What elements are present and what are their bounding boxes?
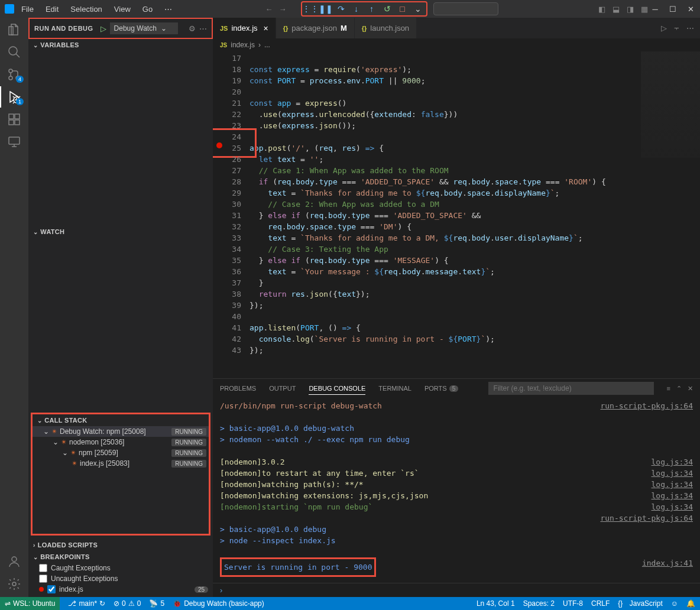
breakpoint-caught[interactable]: Caught Exceptions <box>28 563 213 573</box>
debug-icon: 🐞 <box>173 599 182 608</box>
debug-chevron-icon[interactable]: ⌄ <box>413 4 423 14</box>
status-encoding[interactable]: UTF-8 <box>563 599 583 608</box>
status-feedback-icon[interactable]: ☺ <box>671 599 678 608</box>
scm-badge: 4 <box>16 76 24 83</box>
tab-package-json[interactable]: {}package.jsonM <box>276 18 355 38</box>
panel-maximize-icon[interactable]: ⌃ <box>676 385 682 392</box>
loaded-scripts-header[interactable]: ›LOADED SCRIPTS <box>28 539 213 551</box>
editor-tabs: JSindex.js× {}package.jsonM {}launch.jso… <box>213 18 700 38</box>
tab-index-js[interactable]: JSindex.js× <box>213 18 276 38</box>
run-debug-header: RUN AND DEBUG ▷ Debug Watch ⌄ ⚙ ⋯ <box>28 18 213 39</box>
debug-drag-icon[interactable]: ⋮⋮ <box>306 4 315 14</box>
status-debug-config[interactable]: 🐞Debug Watch (basic-app) <box>173 599 264 608</box>
panel-tab-output[interactable]: OUTPUT <box>269 382 296 394</box>
activity-debug-icon[interactable]: 1 <box>7 90 21 104</box>
panel-tab-ports[interactable]: PORTS5 <box>424 382 458 394</box>
debug-more-icon[interactable]: ⋯ <box>199 24 207 33</box>
menu-edit[interactable]: Edit <box>41 2 63 16</box>
split-editor-icon[interactable]: ⫟ <box>673 24 680 33</box>
panel-tabs: PROBLEMS OUTPUT DEBUG CONSOLE TERMINAL P… <box>213 379 700 398</box>
callstack-item[interactable]: ✴index.js [25083]RUNNING <box>33 458 209 469</box>
menu-go[interactable]: Go <box>138 2 157 16</box>
layout-sidebar-left-icon[interactable]: ◧ <box>598 5 605 14</box>
caught-checkbox[interactable] <box>39 564 47 572</box>
callstack-item[interactable]: ⌄✴nodemon [25036]RUNNING <box>33 437 209 447</box>
status-errors[interactable]: ⊘0⚠0 <box>114 599 141 608</box>
tab-launch-json[interactable]: {}launch.json <box>355 18 417 38</box>
breakpoint-file[interactable]: index.js25 <box>28 584 213 595</box>
code-content[interactable]: const express = require('express'); cons… <box>249 51 606 378</box>
activity-account-icon[interactable] <box>7 554 21 569</box>
layout-panel-icon[interactable]: ⬓ <box>612 5 620 14</box>
watch-body <box>28 238 213 413</box>
breadcrumb[interactable]: JS index.js › ... <box>213 38 700 51</box>
breakpoint-dot-icon <box>39 587 44 592</box>
debug-stepover-icon[interactable]: ↷ <box>336 4 346 14</box>
layout-customize-icon[interactable]: ▦ <box>641 5 648 14</box>
line-gutter[interactable]: 1718192021222324252627282930313233343536… <box>213 51 249 378</box>
activity-search-icon[interactable] <box>7 45 21 59</box>
close-icon[interactable]: × <box>264 24 268 33</box>
status-language[interactable]: {} JavaScript <box>618 599 662 608</box>
activity-settings-icon[interactable] <box>7 577 21 591</box>
debug-stop-icon[interactable]: □ <box>398 4 407 14</box>
menu-selection[interactable]: Selection <box>66 2 106 16</box>
nav-forward-icon[interactable]: → <box>279 5 287 14</box>
watch-section-header[interactable]: ⌄WATCH <box>28 226 213 238</box>
variables-body <box>28 51 213 226</box>
callstack-item[interactable]: ⌄✴Debug Watch: npm [25008]RUNNING <box>33 426 209 437</box>
activity-extensions-icon[interactable] <box>7 112 21 126</box>
activity-remote-icon[interactable] <box>7 135 21 149</box>
panel-clear-icon[interactable]: ≡ <box>667 385 670 392</box>
status-lncol[interactable]: Ln 43, Col 1 <box>477 599 515 608</box>
nav-arrows: ← → <box>265 5 287 14</box>
menu-more[interactable]: ⋯ <box>160 2 177 16</box>
variables-section-header[interactable]: ⌄VARIABLES <box>28 39 213 51</box>
layout-sidebar-right-icon[interactable]: ◨ <box>627 5 634 14</box>
activity-scm-icon[interactable]: 4 <box>7 67 21 82</box>
menu-view[interactable]: View <box>109 2 135 16</box>
debug-stepinto-icon[interactable]: ↓ <box>352 4 361 14</box>
callstack-section-header[interactable]: ⌄CALL STACK <box>33 414 209 426</box>
menu-file[interactable]: File <box>17 2 38 16</box>
titlebar: File Edit Selection View Go ⋯ ← → ⋮⋮ ❚❚ … <box>0 0 700 18</box>
editor-area: JSindex.js× {}package.jsonM {}launch.jso… <box>213 18 700 597</box>
window-close-icon[interactable]: ✕ <box>686 4 695 14</box>
status-notifications-icon[interactable]: 🔔 <box>686 599 695 608</box>
debug-config-gear-icon[interactable]: ⚙ <box>189 24 196 33</box>
code-editor[interactable]: 1718192021222324252627282930313233343536… <box>213 51 700 378</box>
callstack-item[interactable]: ⌄✴npm [25059]RUNNING <box>33 447 209 458</box>
status-ports[interactable]: 📡5 <box>149 599 164 608</box>
window-minimize-icon[interactable]: ─ <box>650 4 660 14</box>
window-maximize-icon[interactable]: ☐ <box>668 4 678 14</box>
panel-filter-input[interactable] <box>488 382 654 395</box>
activity-explorer-icon[interactable] <box>7 22 21 37</box>
panel-close-icon[interactable]: ✕ <box>688 385 693 392</box>
file-bp-checkbox[interactable] <box>47 585 56 593</box>
svg-rect-8 <box>15 114 20 119</box>
uncaught-checkbox[interactable] <box>39 575 47 583</box>
panel-tab-debug-console[interactable]: DEBUG CONSOLE <box>309 382 365 395</box>
panel-tab-problems[interactable]: PROBLEMS <box>220 382 256 394</box>
debug-stepout-icon[interactable]: ↑ <box>367 4 377 14</box>
debug-restart-icon[interactable]: ↺ <box>383 4 392 14</box>
svg-rect-5 <box>9 114 14 119</box>
debug-config-select[interactable]: Debug Watch ⌄ <box>110 22 178 34</box>
remote-icon: ⇌ <box>5 599 11 608</box>
minimap[interactable] <box>641 51 700 158</box>
breakpoint-uncaught[interactable]: Uncaught Exceptions <box>28 573 213 584</box>
status-spaces[interactable]: Spaces: 2 <box>523 599 555 608</box>
debug-console-input[interactable]: › <box>213 583 700 597</box>
status-eol[interactable]: CRLF <box>591 599 610 608</box>
status-remote[interactable]: ⇌WSL: Ubuntu <box>0 597 60 610</box>
panel-tab-terminal[interactable]: TERMINAL <box>378 382 411 394</box>
debug-console-body[interactable]: /usr/bin/npm run-script debug-watchrun-s… <box>213 398 700 583</box>
breakpoints-header[interactable]: ⌄BREAKPOINTS <box>28 551 213 563</box>
editor-more-icon[interactable]: ⋯ <box>686 24 694 33</box>
nav-back-icon[interactable]: ← <box>265 5 273 14</box>
run-file-icon[interactable]: ▷ <box>661 24 667 33</box>
command-center-search[interactable] <box>433 2 498 15</box>
start-debug-icon[interactable]: ▷ <box>101 24 106 33</box>
status-branch[interactable]: ⎇main*↻ <box>68 599 105 608</box>
debug-pause-icon[interactable]: ❚❚ <box>321 4 330 14</box>
